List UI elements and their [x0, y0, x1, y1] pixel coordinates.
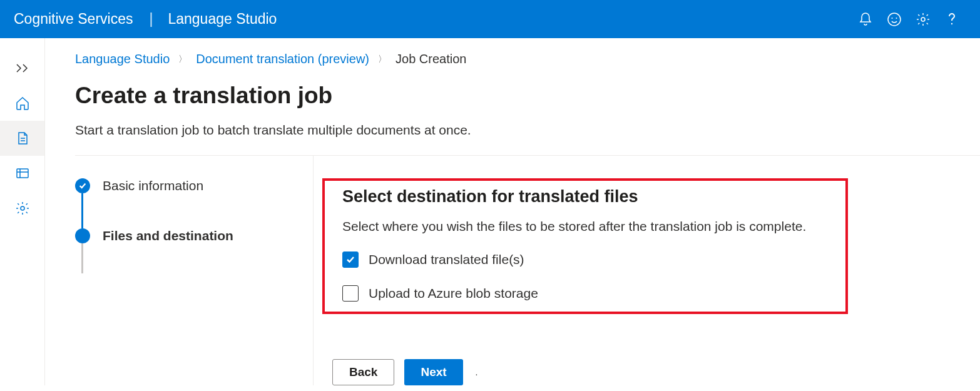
- nav-settings[interactable]: [0, 191, 44, 226]
- wizard-steps: Basic information Files and destination: [75, 178, 313, 385]
- step-connector: [81, 193, 83, 228]
- destination-section: Select destination for translated files …: [322, 178, 848, 314]
- svg-point-1: [892, 18, 893, 19]
- svg-point-2: [896, 18, 897, 19]
- svg-point-4: [951, 23, 952, 24]
- page-description: Start a translation job to batch transla…: [75, 123, 980, 138]
- notifications-icon[interactable]: [851, 5, 880, 34]
- feedback-icon[interactable]: [880, 5, 909, 34]
- breadcrumb-language-studio[interactable]: Language Studio: [75, 52, 170, 66]
- page-title: Create a translation job: [75, 83, 980, 109]
- nav-document-translation[interactable]: [0, 121, 44, 156]
- check-icon: [75, 178, 90, 193]
- svg-point-3: [921, 18, 925, 21]
- top-bar: Cognitive Services | Language Studio: [0, 0, 980, 38]
- chevron-right-icon: 〉: [178, 54, 187, 65]
- svg-point-0: [888, 13, 901, 26]
- breadcrumb: Language Studio 〉 Document translation (…: [75, 52, 980, 66]
- step-label: Basic information: [103, 178, 203, 193]
- svg-rect-5: [17, 169, 28, 178]
- brand-cognitive-services[interactable]: Cognitive Services: [14, 11, 133, 28]
- chevron-right-icon: 〉: [378, 54, 387, 65]
- trailing-dot: .: [476, 367, 478, 377]
- help-icon[interactable]: [937, 5, 966, 34]
- wizard-buttons: Back Next .: [332, 359, 980, 385]
- option-upload-blob[interactable]: Upload to Azure blob storage: [342, 285, 828, 302]
- step-panel: Select destination for translated files …: [313, 156, 980, 385]
- main-content: Language Studio 〉 Document translation (…: [45, 38, 980, 385]
- step-basic-information[interactable]: Basic information: [75, 178, 313, 193]
- nav-home[interactable]: [0, 86, 44, 121]
- breadcrumb-document-translation[interactable]: Document translation (preview): [196, 52, 369, 66]
- checkbox-download[interactable]: [342, 251, 359, 268]
- brand-language-studio[interactable]: Language Studio: [168, 11, 277, 28]
- step-label: Files and destination: [103, 228, 233, 243]
- next-button[interactable]: Next: [404, 359, 462, 385]
- settings-icon[interactable]: [909, 5, 937, 34]
- checkbox-upload-blob[interactable]: [342, 285, 359, 302]
- checkbox-label: Download translated file(s): [369, 252, 524, 267]
- breadcrumb-current: Job Creation: [396, 52, 466, 66]
- step-connector: [81, 243, 83, 273]
- brand-divider: |: [149, 11, 153, 28]
- option-download-files[interactable]: Download translated file(s): [342, 251, 828, 268]
- section-description: Select where you wish the files to be st…: [342, 219, 828, 234]
- svg-point-6: [21, 206, 24, 210]
- current-step-dot: [75, 228, 90, 243]
- section-title: Select destination for translated files: [342, 187, 828, 206]
- checkbox-label: Upload to Azure blob storage: [369, 286, 538, 301]
- back-button[interactable]: Back: [332, 359, 394, 385]
- nav-jobs[interactable]: [0, 156, 44, 191]
- expand-nav-button[interactable]: [0, 51, 44, 86]
- side-nav: [0, 38, 45, 385]
- step-files-and-destination[interactable]: Files and destination: [75, 228, 313, 243]
